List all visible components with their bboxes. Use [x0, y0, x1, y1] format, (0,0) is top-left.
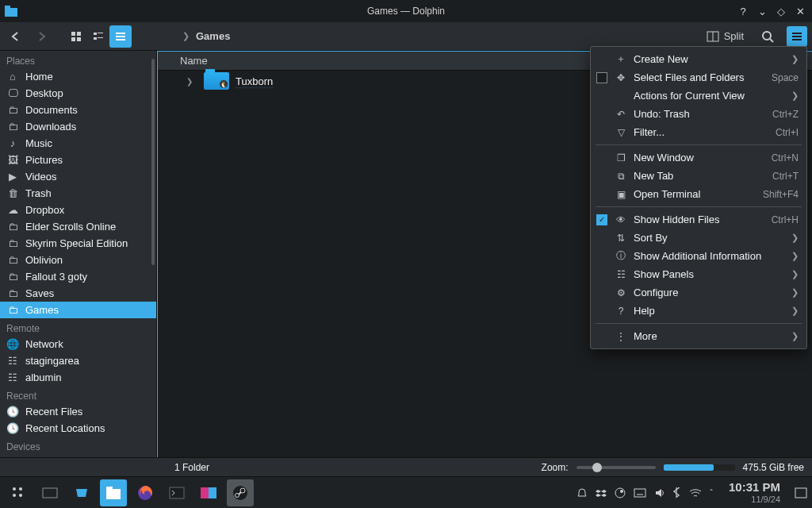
sidebar-item-albumin[interactable]: ☷albumin [0, 369, 156, 386]
split-button[interactable]: Split [702, 27, 749, 45]
hamburger-menu-button[interactable] [787, 26, 807, 47]
sidebar-item-home[interactable]: ⌂Home [0, 68, 156, 85]
forward-button[interactable] [30, 25, 52, 48]
sidebar-item-saves[interactable]: 🗀Saves [0, 285, 156, 302]
task-app-pink[interactable] [195, 479, 222, 506]
menu-item-shortcut: Ctrl+H [772, 214, 799, 225]
sidebar-item-network[interactable]: 🌐Network [0, 336, 156, 352]
task-dolphin[interactable] [100, 479, 127, 506]
svg-rect-37 [634, 489, 645, 497]
remote-icon: ☷ [6, 355, 19, 368]
sidebar-item-desktop[interactable]: 🖵Desktop [0, 85, 156, 102]
clock[interactable]: 10:31 PM 11/9/24 [729, 481, 780, 504]
search-button[interactable] [756, 25, 779, 48]
menu-item-label: Undo: Trash [634, 108, 766, 120]
task-konsole[interactable] [163, 479, 190, 506]
menu-item-show-panels[interactable]: ☷Show Panels❯ [591, 265, 806, 283]
close-button[interactable]: ✕ [793, 4, 807, 18]
folder-icon: 🗀 [6, 237, 19, 250]
sidebar-item-elder-scrolls-online[interactable]: 🗀Elder Scrolls Online [0, 218, 156, 235]
chevron-right-icon: ❯ [791, 269, 799, 279]
tray-keyboard-icon[interactable] [634, 488, 646, 498]
sidebar-item-recent-files[interactable]: 🕓Recent Files [0, 403, 156, 420]
sidebar-item-label: Elder Scrolls Online [25, 221, 116, 233]
folder-icon: 🗀 [6, 221, 19, 233]
view-compact-button[interactable] [87, 25, 109, 48]
eye-icon: 👁 [615, 214, 627, 225]
menu-item-configure[interactable]: ⚙Configure❯ [591, 283, 806, 302]
menu-item-help[interactable]: ?Help❯ [591, 302, 806, 320]
svg-rect-1 [5, 6, 10, 8]
sidebar-item-documents[interactable]: 🗀Documents [0, 102, 156, 118]
image-icon: 🖼 [6, 154, 19, 167]
menu-item-more[interactable]: ⋮More❯ [591, 327, 806, 345]
menu-item-sort-by[interactable]: ⇅Sort By❯ [591, 229, 806, 247]
breadcrumb-segment[interactable]: Games [196, 30, 230, 42]
sidebar-item-skyrim-special-edition[interactable]: 🗀Skyrim Special Edition [0, 235, 156, 252]
menu-item-label: New Tab [634, 170, 766, 182]
sidebar-item-label: Skyrim Special Edition [25, 237, 128, 249]
svg-line-16 [770, 39, 773, 42]
tray-steam-icon[interactable] [615, 487, 626, 498]
svg-rect-8 [94, 37, 97, 40]
places-sidebar[interactable]: Places⌂Home🖵Desktop🗀Documents🗀Downloads♪… [0, 51, 157, 457]
task-steam[interactable] [227, 479, 254, 506]
sidebar-section-header: Places [0, 51, 156, 68]
breadcrumb[interactable]: ❯ Games [182, 30, 230, 42]
sidebar-item-pictures[interactable]: 🖼Pictures [0, 152, 156, 168]
tray-dropbox-icon[interactable] [596, 487, 607, 498]
maximize-button[interactable]: ◇ [774, 4, 788, 18]
folder-icon: 🗀 [6, 287, 19, 300]
tray-bluetooth-icon[interactable] [673, 487, 681, 498]
back-button[interactable] [5, 25, 27, 48]
menu-item-label: Show Panels [634, 268, 785, 280]
expander-icon[interactable]: ❯ [186, 77, 197, 86]
sidebar-item-stagingarea[interactable]: ☷stagingarea [0, 352, 156, 369]
tray-volume-icon[interactable] [654, 487, 665, 498]
sidebar-item-fallout-3-goty[interactable]: 🗀Fallout 3 goty [0, 268, 156, 285]
menu-item-select-files-and-folders[interactable]: ✥Select Files and FoldersSpace [591, 68, 806, 87]
view-details-button[interactable] [109, 25, 132, 48]
view-icons-button[interactable] [65, 25, 87, 48]
sidebar-item-oblivion[interactable]: 🗀Oblivion [0, 252, 156, 268]
tab-icon: ⧉ [615, 171, 627, 182]
sliders-icon: ⚙ [615, 287, 627, 298]
status-count: 1 Folder [174, 462, 209, 473]
tray-notifications-icon[interactable] [576, 487, 588, 498]
music-icon: ♪ [6, 137, 19, 150]
tray-network-icon[interactable] [689, 488, 702, 498]
hamburger-menu[interactable]: ＋Create New❯✥Select Files and FoldersSpa… [590, 46, 807, 349]
sidebar-item-label: Saves [25, 287, 54, 299]
scrollbar[interactable] [151, 59, 155, 265]
tray-chevron-icon[interactable]: ˆ [710, 488, 713, 498]
sidebar-item-videos[interactable]: ▶Videos [0, 168, 156, 185]
sidebar-item-games[interactable]: 🗀Games [0, 302, 156, 318]
start-menu-button[interactable] [5, 479, 32, 506]
system-tray: ˆ 10:31 PM 11/9/24 [576, 481, 807, 504]
svg-rect-28 [170, 487, 184, 498]
column-header-name[interactable]: Name [174, 55, 214, 67]
zoom-slider[interactable] [576, 466, 656, 469]
menu-item-filter-[interactable]: ▽Filter...Ctrl+I [591, 123, 806, 141]
menu-item-create-new[interactable]: ＋Create New❯ [591, 50, 806, 68]
sidebar-item-downloads[interactable]: 🗀Downloads [0, 118, 156, 135]
task-virtual-desktop[interactable] [36, 479, 63, 506]
task-discover[interactable] [68, 479, 95, 506]
help-button[interactable]: ? [736, 4, 750, 18]
menu-item-show-hidden-files[interactable]: ✓👁Show Hidden FilesCtrl+H [591, 210, 806, 229]
sidebar-item-recent-locations[interactable]: 🕓Recent Locations [0, 420, 156, 437]
menu-item-actions-for-current-view[interactable]: Actions for Current View❯ [591, 87, 806, 105]
menu-item-new-window[interactable]: ❐New WindowCtrl+N [591, 148, 806, 167]
sidebar-item-dropbox[interactable]: ☁Dropbox [0, 202, 156, 218]
menu-item-open-terminal[interactable]: ▣Open TerminalShift+F4 [591, 185, 806, 203]
menu-item-new-tab[interactable]: ⧉New TabCtrl+T [591, 167, 806, 185]
task-firefox[interactable] [132, 479, 159, 506]
menu-item-show-additional-information[interactable]: ⓘShow Additional Information❯ [591, 247, 806, 265]
svg-rect-12 [116, 39, 125, 40]
sidebar-item-music[interactable]: ♪Music [0, 135, 156, 152]
tray-show-desktop-icon[interactable] [795, 487, 807, 498]
menu-item-undo-trash[interactable]: ↶Undo: TrashCtrl+Z [591, 105, 806, 123]
sidebar-item-label: Music [25, 137, 52, 149]
minimize-button[interactable]: ⌄ [755, 4, 769, 18]
sidebar-item-trash[interactable]: 🗑Trash [0, 185, 156, 202]
